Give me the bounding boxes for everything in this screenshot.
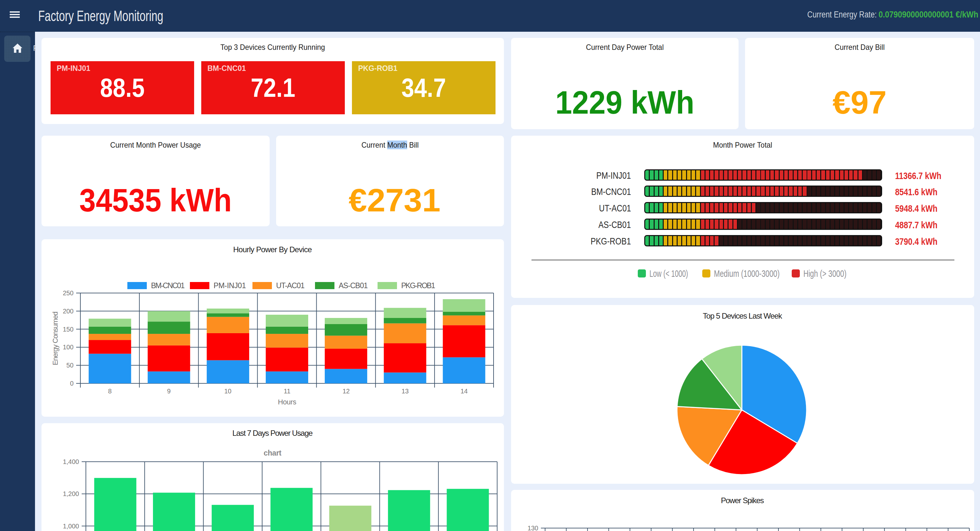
- svg-text:1,400: 1,400: [63, 458, 79, 465]
- svg-text:Energy Consumed: Energy Consumed: [51, 311, 59, 365]
- svg-text:100: 100: [63, 344, 73, 351]
- svg-text:9: 9: [167, 388, 170, 395]
- svg-text:Hours: Hours: [278, 398, 296, 406]
- svg-text:AS-CB01: AS-CB01: [339, 281, 368, 290]
- svg-text:250: 250: [63, 290, 73, 296]
- svg-text:Last 7 Days Power Usage: Last 7 Days Power Usage: [232, 429, 313, 437]
- svg-text:200: 200: [63, 308, 73, 315]
- svg-text:BM-CNC01: BM-CNC01: [151, 281, 185, 290]
- svg-text:1,200: 1,200: [63, 490, 79, 497]
- svg-text:12: 12: [342, 388, 350, 395]
- svg-text:Hourly Power By Device: Hourly Power By Device: [233, 245, 312, 254]
- svg-text:PM-INJ01: PM-INJ01: [213, 281, 246, 290]
- svg-text:14: 14: [460, 388, 468, 395]
- svg-text:10: 10: [224, 388, 231, 395]
- svg-text:130: 130: [528, 525, 538, 531]
- svg-text:8: 8: [108, 388, 111, 395]
- svg-text:11: 11: [284, 388, 291, 395]
- svg-text:50: 50: [67, 361, 73, 369]
- svg-text:PKG-ROB1: PKG-ROB1: [401, 281, 435, 290]
- svg-text:0: 0: [70, 380, 73, 387]
- svg-text:Power Spikes: Power Spikes: [721, 496, 764, 505]
- svg-text:150: 150: [63, 326, 73, 333]
- svg-text:chart: chart: [264, 449, 282, 457]
- svg-text:Top 5 Devices Last Week: Top 5 Devices Last Week: [703, 311, 783, 320]
- svg-text:UT-AC01: UT-AC01: [276, 281, 305, 290]
- svg-text:1,000: 1,000: [63, 523, 79, 530]
- svg-text:13: 13: [401, 388, 409, 395]
